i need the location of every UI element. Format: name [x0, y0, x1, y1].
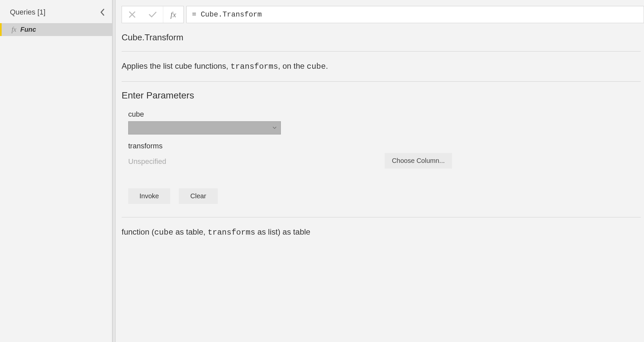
query-item-label: Func	[20, 26, 36, 33]
cancel-formula-icon[interactable]	[122, 6, 142, 23]
fx-icon: fx	[12, 26, 16, 33]
formula-bar: fx = Cube.Transform	[122, 6, 644, 23]
formula-text: = Cube.Transform	[192, 11, 262, 19]
param-transforms-label: transforms	[128, 142, 455, 150]
parameters-heading: Enter Parameters	[122, 90, 641, 101]
confirm-formula-icon[interactable]	[142, 6, 163, 23]
choose-column-button[interactable]: Choose Column...	[385, 153, 452, 169]
collapse-sidebar-icon[interactable]	[99, 7, 106, 17]
param-cube-dropdown[interactable]	[128, 121, 281, 134]
function-description: Applies the list cube functions, transfo…	[122, 52, 641, 82]
vertical-splitter[interactable]	[112, 0, 116, 342]
action-buttons: Invoke Clear	[122, 188, 641, 204]
param-cube: cube	[122, 110, 455, 134]
formula-input[interactable]: = Cube.Transform	[186, 6, 644, 23]
param-transforms-row: Unspecified Choose Column...	[122, 153, 452, 169]
query-item-func[interactable]: fx Func	[0, 23, 112, 36]
function-signature: function (cube as table, transforms as l…	[122, 217, 641, 247]
function-content: Cube.Transform Applies the list cube fun…	[122, 32, 644, 247]
formula-controls: fx	[122, 6, 184, 23]
queries-title: Queries [1]	[10, 8, 46, 17]
param-transforms-value: Unspecified	[128, 157, 166, 166]
sidebar-header: Queries [1]	[0, 4, 112, 23]
param-cube-label: cube	[128, 110, 455, 119]
queries-sidebar: Queries [1] fx Func	[0, 0, 112, 342]
clear-button[interactable]: Clear	[179, 188, 218, 204]
parameters-section: Enter Parameters cube transforms Unspeci…	[122, 82, 641, 217]
param-transforms: transforms	[122, 142, 455, 150]
function-name: Cube.Transform	[122, 32, 641, 52]
main-panel: fx = Cube.Transform Cube.Transform Appli…	[116, 0, 644, 342]
fx-formula-icon[interactable]: fx	[163, 6, 183, 23]
invoke-button[interactable]: Invoke	[128, 188, 170, 204]
dropdown-caret-icon	[273, 127, 277, 129]
